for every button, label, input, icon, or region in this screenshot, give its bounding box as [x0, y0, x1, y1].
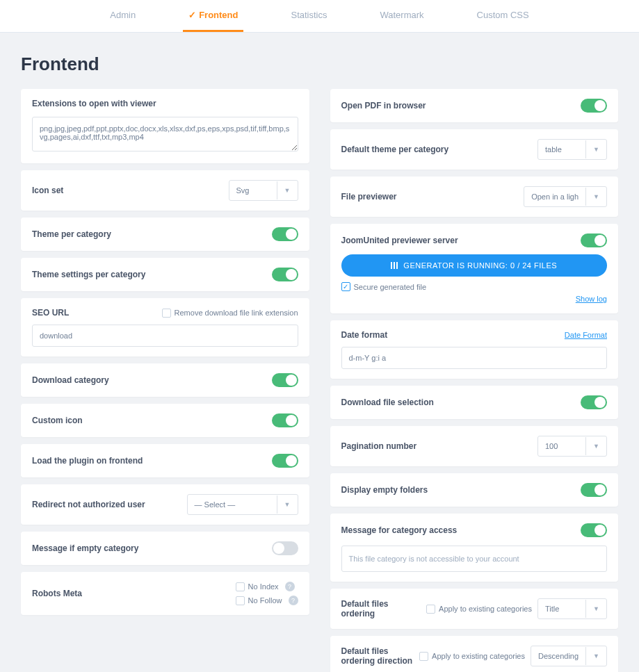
help-icon[interactable]: ? [285, 582, 295, 591]
direction-apply-checkbox[interactable] [419, 652, 428, 661]
chevron-down-icon: ▼ [585, 600, 606, 618]
redirect-value: — Select — [188, 495, 277, 514]
chevron-down-icon: ▼ [585, 437, 606, 455]
default-theme-label: Default theme per category [341, 145, 449, 154]
nofollow-checkbox[interactable] [236, 596, 245, 605]
seo-url-label: SEO URL [32, 308, 69, 318]
display-empty-toggle[interactable] [581, 483, 607, 497]
help-icon[interactable]: ? [289, 596, 298, 605]
chevron-down-icon: ▼ [277, 181, 298, 199]
files-ordering-apply-label: Apply to existing categories [439, 605, 532, 613]
message-category-label: Message for category access [341, 525, 458, 535]
theme-per-category-toggle[interactable] [272, 227, 298, 241]
default-theme-value: table [538, 140, 585, 159]
show-log-link[interactable]: Show log [576, 295, 607, 303]
message-empty-label: Message if empty category [32, 543, 138, 553]
icon-set-select[interactable]: Svg ▼ [229, 180, 298, 201]
remove-ext-label: Remove download file link extension [175, 309, 298, 317]
direction-select[interactable]: Descending ▼ [531, 646, 607, 666]
date-format-link[interactable]: Date Format [565, 331, 607, 339]
noindex-label: No Index [248, 582, 279, 591]
message-category-input[interactable]: This file category is not accessible to … [341, 546, 608, 572]
pagination-select[interactable]: 100 ▼ [537, 436, 607, 457]
files-ordering-select[interactable]: Title ▼ [537, 598, 607, 619]
files-ordering-label: Default files ordering [341, 599, 421, 618]
chevron-down-icon: ▼ [585, 188, 606, 206]
tab-statistics[interactable]: Statistics [285, 0, 332, 32]
direction-label: Default files ordering direction [341, 646, 414, 666]
direction-value: Descending [531, 646, 585, 666]
date-format-input[interactable] [341, 347, 608, 369]
pagination-value: 100 [538, 436, 585, 456]
custom-icon-toggle[interactable] [272, 413, 298, 427]
right-column: Open PDF in browser Default theme per ca… [330, 89, 619, 672]
tab-frontend[interactable]: ✓Frontend [183, 0, 243, 32]
tab-customcss[interactable]: Custom CSS [471, 0, 535, 32]
tab-frontend-label: Frontend [199, 10, 238, 20]
download-file-selection-label: Download file selection [341, 398, 434, 407]
joomunited-label: JoomUnited previewer server [341, 236, 458, 245]
redirect-select[interactable]: — Select — ▼ [187, 494, 298, 515]
open-pdf-label: Open PDF in browser [341, 101, 426, 110]
open-pdf-toggle[interactable] [581, 99, 607, 113]
file-previewer-label: File previewer [341, 192, 397, 202]
secure-generated-label: Secure generated file [354, 283, 427, 291]
files-ordering-apply-checkbox[interactable] [426, 605, 435, 614]
theme-per-category-label: Theme per category [32, 229, 111, 239]
generator-status-bar[interactable]: GENERATOR IS RUNNING: 0 / 24 FILES [341, 254, 608, 277]
default-theme-select[interactable]: table ▼ [537, 139, 607, 160]
download-file-selection-toggle[interactable] [581, 395, 607, 409]
chevron-down-icon: ▼ [277, 495, 298, 514]
chevron-down-icon: ▼ [585, 647, 606, 665]
download-category-toggle[interactable] [272, 373, 298, 387]
pagination-label: Pagination number [341, 441, 417, 451]
redirect-label: Redirect not authorized user [32, 500, 145, 509]
tab-watermark[interactable]: Watermark [374, 0, 429, 32]
display-empty-label: Display empty folders [341, 485, 428, 495]
nofollow-label: No Follow [248, 596, 282, 605]
theme-settings-per-category-toggle[interactable] [272, 268, 298, 281]
chevron-down-icon: ▼ [585, 140, 606, 158]
extensions-textarea[interactable] [32, 117, 298, 151]
remove-ext-checkbox[interactable] [162, 309, 171, 318]
icon-set-label: Icon set [32, 186, 63, 195]
generator-status-text: GENERATOR IS RUNNING: 0 / 24 FILES [403, 261, 557, 270]
load-plugin-toggle[interactable] [272, 454, 298, 468]
direction-apply-label: Apply to existing categories [432, 652, 525, 660]
load-plugin-label: Load the plugin on frontend [32, 456, 143, 466]
message-empty-toggle[interactable] [272, 541, 298, 555]
message-category-toggle[interactable] [581, 523, 607, 537]
theme-settings-per-category-label: Theme settings per category [32, 270, 145, 279]
seo-url-input[interactable] [32, 325, 298, 347]
file-previewer-value: Open in a ligh [524, 187, 585, 206]
tab-admin[interactable]: Admin [104, 0, 141, 32]
page-title: Frontend [21, 54, 618, 75]
noindex-checkbox[interactable] [236, 582, 245, 591]
file-previewer-select[interactable]: Open in a ligh ▼ [524, 186, 607, 207]
extensions-label: Extensions to open with viewer [32, 99, 298, 108]
download-category-label: Download category [32, 375, 109, 385]
custom-icon-label: Custom icon [32, 416, 83, 425]
pause-icon [391, 262, 398, 269]
secure-generated-checkbox[interactable]: ✓ [341, 282, 350, 291]
left-column: Extensions to open with viewer Icon set … [21, 89, 309, 672]
tabs-bar: Admin ✓Frontend Statistics Watermark Cus… [0, 0, 639, 33]
joomunited-toggle[interactable] [581, 233, 607, 247]
icon-set-value: Svg [229, 181, 277, 200]
files-ordering-value: Title [538, 599, 585, 618]
robots-label: Robots Meta [32, 589, 82, 598]
date-format-label: Date format [341, 330, 388, 340]
check-icon: ✓ [188, 10, 196, 20]
